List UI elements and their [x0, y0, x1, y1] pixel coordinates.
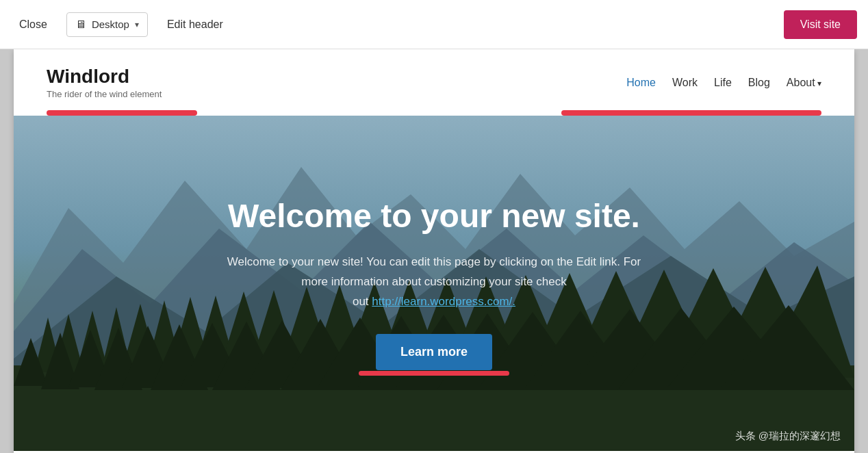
device-selector[interactable]: 🖥 Desktop ▾: [66, 12, 148, 37]
hero-section: Welcome to your new site. Welcome to you…: [14, 116, 854, 451]
hero-link[interactable]: http://learn.wordpress.com/.: [372, 295, 515, 308]
nav-work[interactable]: Work: [672, 77, 698, 89]
monitor-icon: 🖥: [75, 18, 86, 31]
hero-desc-line2: more information about customizing your …: [301, 275, 566, 288]
highlight-bar-button: [359, 371, 509, 376]
hero-content: Welcome to your new site. Welcome to you…: [200, 196, 668, 370]
nav-life[interactable]: Life: [714, 77, 732, 89]
visit-site-button[interactable]: Visit site: [784, 10, 857, 39]
site-header: Windlord The rider of the wind element H…: [14, 49, 854, 116]
site-nav: Home Work Life Blog About: [626, 77, 821, 89]
watermark: 头条 @瑞拉的深邃幻想: [735, 430, 841, 443]
toolbar: Close 🖥 Desktop ▾ Edit header Visit site: [0, 0, 868, 49]
close-button[interactable]: Close: [11, 13, 55, 36]
nav-blog[interactable]: Blog: [748, 77, 770, 89]
nav-about[interactable]: About: [787, 77, 821, 89]
device-label: Desktop: [92, 18, 129, 30]
site-preview: Windlord The rider of the wind element H…: [14, 49, 854, 453]
site-title: Windlord: [47, 66, 162, 88]
highlight-bar-right: [561, 110, 821, 116]
edit-header-button[interactable]: Edit header: [159, 13, 231, 36]
chevron-down-icon: ▾: [135, 20, 139, 29]
site-brand: Windlord The rider of the wind element: [47, 66, 162, 99]
learn-more-button[interactable]: Learn more: [376, 334, 492, 370]
nav-home[interactable]: Home: [626, 77, 656, 89]
hero-description: Welcome to your new site! You can edit t…: [227, 253, 641, 312]
hero-desc-line1: Welcome to your new site! You can edit t…: [227, 255, 641, 268]
hero-title: Welcome to your new site.: [227, 196, 641, 236]
preview-wrapper: Windlord The rider of the wind element H…: [0, 49, 868, 453]
site-tagline: The rider of the wind element: [47, 89, 162, 99]
highlight-bar-left: [47, 110, 197, 116]
hero-desc-line3: out: [353, 295, 372, 308]
